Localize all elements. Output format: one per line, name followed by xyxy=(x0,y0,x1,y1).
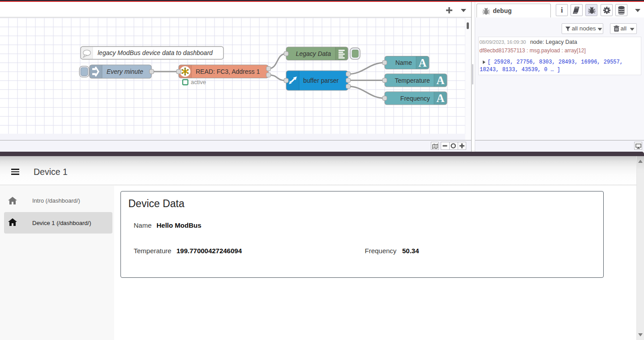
svg-text:Temperature: Temperature xyxy=(395,77,430,84)
svg-text:READ: FC3, Address 1: READ: FC3, Address 1 xyxy=(196,68,260,75)
svg-text:legacy ModBus device data to d: legacy ModBus device data to dashboard xyxy=(98,49,213,56)
svg-text:A: A xyxy=(418,57,426,69)
svg-text:i: i xyxy=(561,6,563,14)
svg-text:A: A xyxy=(436,74,444,86)
svg-text:buffer parser: buffer parser xyxy=(303,77,339,84)
svg-text:A: A xyxy=(436,92,444,104)
svg-text:Frequency: Frequency xyxy=(400,95,430,102)
svg-text:active: active xyxy=(191,79,206,85)
svg-text:Name: Name xyxy=(395,59,412,66)
svg-text:Every minute: Every minute xyxy=(107,68,143,75)
svg-text:Legacy Data: Legacy Data xyxy=(296,50,331,57)
